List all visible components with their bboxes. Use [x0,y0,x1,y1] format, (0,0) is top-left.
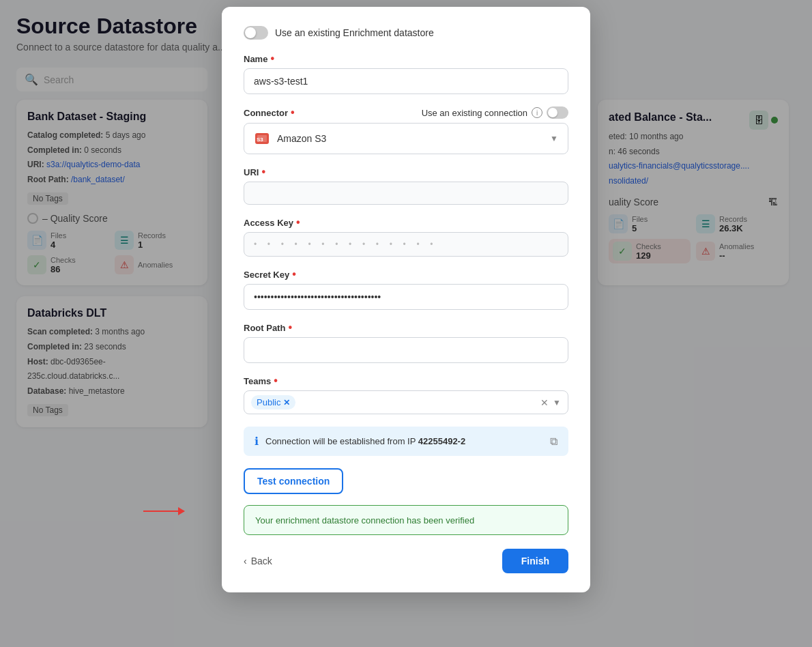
teams-input-wrapper[interactable]: Public ✕ ✕ ▼ [244,390,568,414]
copy-icon[interactable]: ⧉ [550,435,557,448]
uri-input[interactable] [244,182,568,205]
name-input[interactable] [244,68,568,94]
teams-tag-public: Public ✕ [251,395,295,409]
uri-input-wrapper [244,182,568,205]
teams-tag-remove[interactable]: ✕ [283,398,290,407]
use-existing-connection-group[interactable]: Use an existing connection i [422,106,568,119]
connector-required: • [291,107,295,118]
back-chevron-icon: ‹ [244,556,247,566]
connector-select-wrapper: S3 Amazon S3 ▼ [244,123,568,154]
test-connection-button[interactable]: Test connection [244,468,343,494]
background-page: Source Datastore Connect to a source dat… [0,0,812,647]
teams-clear-icon[interactable]: ✕ [540,397,549,408]
access-key-group: Access Key • [244,217,568,257]
name-label: Name • [244,53,568,64]
chevron-down-icon: ▼ [550,134,558,143]
finish-button[interactable]: Finish [502,549,568,573]
uri-group: URI • [244,167,568,205]
access-key-input[interactable] [244,232,568,257]
teams-group: Teams • Public ✕ ✕ ▼ [244,375,568,414]
access-key-label: Access Key • [244,217,568,228]
use-existing-toggle[interactable] [244,26,268,40]
back-button[interactable]: ‹ Back [244,556,272,566]
teams-label: Teams • [244,375,568,386]
secret-key-label: Secret Key • [244,269,568,280]
root-path-required: • [288,322,292,333]
back-label: Back [251,556,272,566]
modal-footer: ‹ Back Finish [244,549,568,573]
ip-address: 42255492-2 [418,436,465,446]
name-required: • [270,53,274,64]
connector-group: Connector • Use an existing connection i [244,106,568,154]
teams-chevron-icon[interactable]: ▼ [553,398,561,407]
uri-required: • [261,167,265,177]
svg-text:S3: S3 [257,136,263,143]
connector-header: Connector • Use an existing connection i [244,106,568,119]
info-circle-icon: ℹ [255,435,259,448]
uri-label: URI • [244,167,568,177]
use-existing-toggle-row[interactable]: Use an existing Enrichment datastore [244,26,568,40]
teams-tag-label: Public [257,397,280,407]
info-box-text: Connection will be established from IP 4… [265,436,538,446]
arrow-annotation [143,511,184,512]
connector-select[interactable]: S3 Amazon S3 ▼ [244,123,568,154]
connector-label-group: Connector • [244,107,295,118]
root-path-group: Root Path • [244,322,568,363]
secret-key-input[interactable] [244,284,568,310]
modal-dialog: Use an existing Enrichment datastore Nam… [222,7,590,592]
root-path-label: Root Path • [244,322,568,333]
info-icon[interactable]: i [532,107,542,118]
secret-key-group: Secret Key • [244,269,568,310]
use-existing-connection-toggle[interactable] [547,106,568,119]
name-group: Name • [244,53,568,94]
success-text: Your enrichment datastore connection has… [255,515,474,526]
success-box: Your enrichment datastore connection has… [244,505,568,535]
ip-info-box: ℹ Connection will be established from IP… [244,427,568,456]
use-existing-connection-label: Use an existing connection [422,108,527,118]
connector-value: Amazon S3 [277,133,326,144]
teams-required: • [274,375,278,386]
use-existing-label: Use an existing Enrichment datastore [275,27,434,38]
secret-key-required: • [292,269,296,280]
s3-logo-icon: S3 [254,130,270,147]
access-key-required: • [296,217,300,228]
toggle-knob [245,27,256,38]
toggle-small-knob [548,108,557,117]
root-path-input[interactable] [244,337,568,363]
